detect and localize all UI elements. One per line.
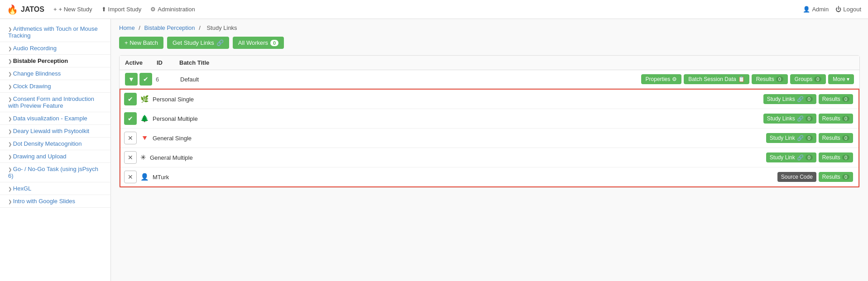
properties-button[interactable]: Properties ⚙ bbox=[641, 74, 682, 84]
results-0-button[interactable]: Results 0 bbox=[819, 94, 853, 104]
batch-session-data-label: Batch Session Data bbox=[688, 76, 736, 82]
sidebar-item-3[interactable]: Change Blindness bbox=[0, 67, 110, 80]
results-0-badge: 0 bbox=[842, 96, 849, 102]
results-1-label: Results bbox=[822, 115, 840, 122]
breadcrumb-study[interactable]: Bistable Perception bbox=[144, 24, 195, 31]
worker-actions-1: Study Links 🔗 0 Results 0 bbox=[763, 114, 853, 124]
study-links-2-button[interactable]: Study Link 🔗 0 bbox=[766, 133, 816, 143]
results-2-button[interactable]: Results 0 bbox=[819, 133, 853, 143]
brand-icon: 🔥 bbox=[7, 4, 18, 15]
logout-link[interactable]: ⏻ Logout bbox=[835, 6, 861, 13]
default-batch-actions: Properties ⚙ Batch Session Data 📋 Result… bbox=[641, 74, 854, 84]
link-icon-1: 🔗 bbox=[797, 115, 804, 122]
power-icon: ⏻ bbox=[835, 6, 841, 13]
source-code-button[interactable]: Source Code bbox=[777, 172, 816, 182]
sidebar-item-11[interactable]: HexGL bbox=[0, 182, 110, 195]
breadcrumb-current: Study Links bbox=[206, 24, 237, 31]
sidebar-item-12[interactable]: Intro with Google Slides bbox=[0, 195, 110, 208]
administration-link[interactable]: ⚙ Administration bbox=[150, 6, 195, 13]
study-links-2-badge: 0 bbox=[806, 135, 813, 141]
breadcrumb-sep1: / bbox=[139, 24, 142, 31]
batch-session-data-button[interactable]: Batch Session Data 📋 bbox=[684, 74, 749, 84]
sidebar: Arithmetics with Touch or Mouse Tracking… bbox=[0, 19, 111, 281]
results-1-button[interactable]: Results 0 bbox=[819, 114, 853, 124]
all-workers-label: All Workers bbox=[238, 39, 268, 46]
more-button[interactable]: More ▾ bbox=[828, 74, 854, 84]
batch-id: 6 bbox=[152, 76, 175, 83]
study-links-0-button[interactable]: Study Links 🔗 0 bbox=[763, 94, 816, 104]
results-2-label: Results bbox=[822, 135, 840, 141]
expand-batch-button[interactable]: ▼ bbox=[125, 73, 138, 86]
admin-link[interactable]: 👤 Admin bbox=[803, 6, 829, 13]
study-links-3-badge: 0 bbox=[806, 155, 813, 160]
sidebar-item-7[interactable]: Deary Liewald with Psytoolkit bbox=[0, 125, 110, 138]
sidebar-item-1[interactable]: Audio Recording bbox=[0, 42, 110, 55]
all-workers-badge: 0 bbox=[270, 40, 278, 46]
results-3-button[interactable]: Results 0 bbox=[819, 152, 853, 162]
sidebar-item-8[interactable]: Dot Density Metacognition bbox=[0, 138, 110, 150]
results-0-label: Results bbox=[822, 96, 840, 102]
get-study-links-button[interactable]: Get Study Links 🔗 bbox=[167, 37, 229, 49]
new-batch-button[interactable]: + New Batch bbox=[119, 37, 163, 49]
plus-icon: + bbox=[53, 6, 57, 13]
worker-active-4[interactable]: ✕ bbox=[124, 171, 137, 183]
table-header: Active ID Batch Title bbox=[120, 56, 859, 70]
header-active: Active bbox=[125, 59, 157, 66]
worker-active-1[interactable]: ✔ bbox=[124, 112, 137, 125]
navbar-right: 👤 Admin ⏻ Logout bbox=[803, 6, 861, 13]
logout-label: Logout bbox=[843, 6, 861, 13]
results-1-badge: 0 bbox=[842, 116, 849, 121]
link-icon: 🔗 bbox=[216, 39, 224, 46]
results-badge: 0 bbox=[776, 76, 783, 82]
worker-name-4: MTurk bbox=[153, 174, 777, 181]
sidebar-item-5[interactable]: Consent Form and Introduction with Previ… bbox=[0, 93, 110, 112]
table-icon: 📋 bbox=[738, 76, 745, 82]
header-id: ID bbox=[157, 59, 179, 66]
sidebar-item-10[interactable]: Go- / No-Go Task (using jsPsych 6) bbox=[0, 163, 110, 182]
study-links-0-badge: 0 bbox=[806, 96, 813, 102]
results-4-label: Results bbox=[822, 174, 840, 180]
sidebar-item-6[interactable]: Data visualization - Example bbox=[0, 112, 110, 125]
user-icon: 👤 bbox=[803, 6, 810, 13]
results-4-button[interactable]: Results 0 bbox=[819, 172, 853, 182]
worker-row-2: ✕ 🔻 General Single Study Link 🔗 0 Result… bbox=[120, 129, 858, 148]
study-links-1-button[interactable]: Study Links 🔗 0 bbox=[763, 114, 816, 124]
sidebar-item-2[interactable]: Bistable Perception bbox=[0, 55, 110, 67]
results-3-label: Results bbox=[822, 154, 840, 161]
administration-label: Administration bbox=[158, 6, 195, 13]
groups-label: Groups bbox=[795, 76, 812, 82]
layout: Arithmetics with Touch or Mouse Tracking… bbox=[0, 19, 868, 281]
worker-actions-4: Source Code Results 0 bbox=[777, 172, 853, 182]
all-workers-button[interactable]: All Workers 0 bbox=[233, 37, 284, 49]
worker-active-3[interactable]: ✕ bbox=[124, 151, 137, 164]
results-button[interactable]: Results 0 bbox=[752, 74, 788, 84]
new-study-link[interactable]: + + New Study bbox=[53, 6, 92, 13]
worker-actions-3: Study Link 🔗 0 Results 0 bbox=[766, 152, 853, 162]
import-study-link[interactable]: ⬆ Import Study bbox=[101, 6, 142, 13]
worker-active-2[interactable]: ✕ bbox=[124, 132, 137, 144]
sidebar-item-0[interactable]: Arithmetics with Touch or Mouse Tracking bbox=[0, 23, 110, 42]
link-icon-0: 🔗 bbox=[797, 96, 804, 102]
new-study-label: + New Study bbox=[58, 6, 92, 13]
general-single-icon: 🔻 bbox=[140, 134, 149, 142]
breadcrumb-sep2: / bbox=[199, 24, 202, 31]
worker-active-0[interactable]: ✔ bbox=[124, 93, 137, 105]
study-links-3-button[interactable]: Study Link 🔗 0 bbox=[766, 152, 816, 162]
personal-multiple-icon: 🌲 bbox=[140, 114, 149, 123]
sidebar-item-4[interactable]: Clock Drawing bbox=[0, 80, 110, 93]
main-content: Home / Bistable Perception / Study Links… bbox=[111, 19, 868, 281]
worker-name-1: Personal Multiple bbox=[153, 115, 763, 122]
import-study-label: Import Study bbox=[108, 6, 142, 13]
worker-name-0: Personal Single bbox=[153, 96, 763, 103]
results-4-badge: 0 bbox=[842, 174, 849, 180]
more-label: More ▾ bbox=[833, 76, 849, 82]
brand-name: JATOS bbox=[21, 5, 44, 14]
breadcrumb-home[interactable]: Home bbox=[119, 24, 135, 31]
groups-button[interactable]: Groups 0 bbox=[790, 74, 826, 84]
worker-name-2: General Single bbox=[153, 135, 766, 142]
results-label: Results bbox=[756, 76, 774, 82]
toolbar: + New Batch Get Study Links 🔗 All Worker… bbox=[119, 37, 860, 49]
import-icon: ⬆ bbox=[101, 6, 106, 13]
batch-active-toggle[interactable]: ✔ bbox=[139, 73, 152, 86]
sidebar-item-9[interactable]: Drawing and Upload bbox=[0, 150, 110, 163]
